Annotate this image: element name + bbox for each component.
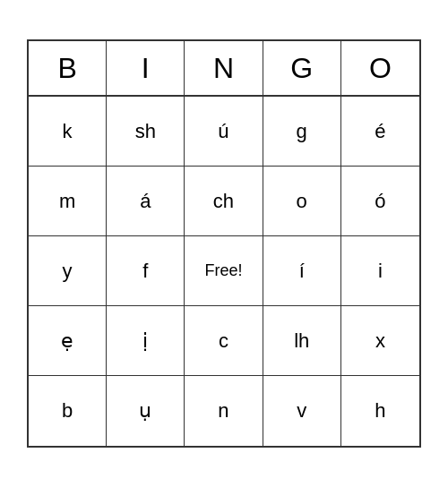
cell-r0-c4: é [341,97,419,167]
cell-r2-c4: i [341,236,419,306]
cell-r0-c1: sh [107,97,185,167]
cell-r3-c1: ị [107,306,185,376]
cell-r4-c1: ụ [107,376,185,446]
cell-r2-c0: y [29,236,107,306]
cell-r3-c2: c [185,306,263,376]
cell-r4-c2: n [185,376,263,446]
cell-r1-c3: o [263,167,341,236]
cell-r0-c0: k [29,97,107,167]
cell-r1-c1: á [107,167,185,236]
bingo-header: BINGO [29,41,419,97]
cell-r0-c3: g [263,97,341,167]
bingo-card: BINGO kshúgémáchoóyfFree!íiẹịclhxbụnvh [27,39,421,448]
header-cell: B [29,41,107,95]
cell-r4-c3: v [263,376,341,446]
header-cell: I [107,41,185,95]
header-cell: O [341,41,419,95]
cell-r4-c4: h [341,376,419,446]
cell-r1-c0: m [29,167,107,236]
cell-r0-c2: ú [185,97,263,167]
cell-r2-c3: í [263,236,341,306]
cell-r2-c1: f [107,236,185,306]
cell-r3-c4: x [341,306,419,376]
cell-r2-c2: Free! [185,236,263,306]
cell-r3-c3: lh [263,306,341,376]
header-cell: N [185,41,263,95]
cell-r1-c2: ch [185,167,263,236]
header-cell: G [263,41,341,95]
cell-r1-c4: ó [341,167,419,236]
bingo-grid: kshúgémáchoóyfFree!íiẹịclhxbụnvh [29,97,419,446]
cell-r3-c0: ẹ [29,306,107,376]
cell-r4-c0: b [29,376,107,446]
